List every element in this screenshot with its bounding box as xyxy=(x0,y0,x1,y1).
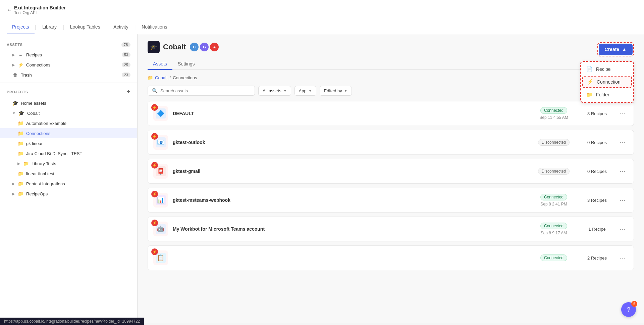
conn-more-button[interactable]: ⋯ xyxy=(617,253,628,263)
folder-icon: 📁 xyxy=(17,131,23,136)
expand-arrow-icon: ▶ xyxy=(12,192,15,196)
conn-info: gktest-gmail xyxy=(173,169,526,174)
app-filter-label: App xyxy=(299,88,307,93)
sidebar-item-linear-final-test[interactable]: 📁 linear final test xyxy=(0,169,137,179)
all-assets-filter[interactable]: All assets ▼ xyxy=(258,86,291,96)
conn-more-button[interactable]: ⋯ xyxy=(617,166,628,176)
project-header: 🎓 Cobalt C G A xyxy=(148,41,634,53)
tab-settings[interactable]: Settings xyxy=(172,58,200,70)
sidebar-item-recipes[interactable]: ▶ ≡ Recipes 53 xyxy=(0,50,137,60)
folder-icon: 📁 xyxy=(17,151,23,156)
tab-activity[interactable]: Activity xyxy=(108,20,133,34)
create-button[interactable]: Create ▲ xyxy=(599,44,633,55)
sidebar-item-home-assets[interactable]: 🎓 Home assets xyxy=(0,98,137,108)
breadcrumb: 📁 Cobalt / Connections xyxy=(148,75,634,80)
conn-more-button[interactable]: ⋯ xyxy=(617,137,628,147)
gk-linear-label: gk linear xyxy=(26,141,130,146)
nav-tabs: Projects | Library | Lookup Tables | Act… xyxy=(0,20,644,34)
sidebar-divider xyxy=(0,83,137,83)
conn-info: DEFAULT xyxy=(173,111,526,116)
conn-recipes: 0 Recipes xyxy=(582,169,612,174)
expand-arrow-icon: ▶ xyxy=(17,161,20,166)
sidebar-item-pentest[interactable]: ▶ 📁 Pentest Integrations xyxy=(0,179,137,189)
back-link[interactable]: ← Exit Integration Builder Test Org API xyxy=(7,5,66,15)
breadcrumb-folder-icon: 📁 xyxy=(148,75,153,80)
content-area: Create ▲ 📄 Recipe ⚡ Connection 📁 Folder xyxy=(138,34,644,323)
recipe-icon: 📄 xyxy=(586,66,593,72)
conn-info: My Workbot for Microsoft Teams account xyxy=(173,226,526,232)
connection-item-gktest-outlook: ⚡ 📧 gktest-outlook Disconnected 0 Recipe… xyxy=(148,130,634,155)
conn-app-icon: 📊 xyxy=(156,195,166,205)
library-tests-label: Library Tests xyxy=(32,161,130,166)
conn-status-area: Disconnected xyxy=(530,168,577,175)
status-bar: https://app.us.cobalt.io/integrations/bu… xyxy=(0,318,144,323)
conn-date: Sep 11 4:55 AM xyxy=(539,115,568,120)
chevron-down-icon: ▼ xyxy=(283,89,287,93)
sidebar-item-connections-folder[interactable]: 📁 Connections xyxy=(0,128,137,138)
back-arrow-icon: ← xyxy=(7,7,12,13)
search-box[interactable]: 🔍 xyxy=(148,86,255,96)
automation-example-label: Automation Example xyxy=(26,121,130,126)
tab-projects[interactable]: Projects xyxy=(7,20,35,34)
breadcrumb-cobalt-link[interactable]: Cobalt xyxy=(155,75,168,80)
conn-bolt-icon: ⚡ xyxy=(151,248,158,255)
trash-icon: 🗑 xyxy=(12,72,18,78)
create-recipe-item[interactable]: 📄 Recipe xyxy=(581,63,633,75)
app-filter[interactable]: App ▼ xyxy=(294,86,316,96)
sidebar-item-library-tests[interactable]: ▶ 📁 Library Tests xyxy=(0,158,137,169)
edited-by-filter[interactable]: Edited by ▼ xyxy=(320,86,352,96)
sidebar-item-gk-linear[interactable]: 📁 gk linear xyxy=(0,138,137,148)
conn-bolt-icon: ⚡ xyxy=(151,133,158,140)
sidebar-item-trash[interactable]: 🗑 Trash 23 xyxy=(0,70,137,80)
jira-cloud-label: Jira Cloud Bi-Di Sync - TEST xyxy=(26,151,130,156)
chevron-down-icon: ▼ xyxy=(309,89,312,93)
conn-recipes: 0 Recipes xyxy=(582,140,612,145)
create-dropdown-menu: 📄 Recipe ⚡ Connection 📁 Folder xyxy=(580,61,634,103)
connection-item-default: ⚡ 🔷 DEFAULT Connected Sep 11 4:55 AM 8 R… xyxy=(148,101,634,126)
trash-count: 23 xyxy=(122,73,130,77)
tab-notifications[interactable]: Notifications xyxy=(136,20,172,34)
folder-icon: 📁 xyxy=(17,141,23,146)
conn-more-button[interactable]: ⋯ xyxy=(617,224,628,234)
conn-icon-wrap: ⚡ 📋 xyxy=(153,250,168,265)
sidebar-item-automation-example[interactable]: 📁 Automation Example xyxy=(0,118,137,128)
conn-recipes: 1 Recipe xyxy=(582,227,612,232)
sidebar-item-connections[interactable]: ▶ ⚡ Connections 25 xyxy=(0,60,137,70)
add-project-button[interactable]: + xyxy=(127,88,130,95)
conn-info: gktest-outlook xyxy=(173,140,526,145)
status-badge: Connected xyxy=(540,254,567,261)
create-label: Create xyxy=(605,47,620,52)
assets-section-label: ASSETS xyxy=(7,43,22,47)
tab-library[interactable]: Library xyxy=(37,20,62,34)
avatar-a: A xyxy=(210,43,219,51)
sidebar-item-cobalt[interactable]: ▼ 🎓 Cobalt xyxy=(0,108,137,118)
home-assets-label: Home assets xyxy=(21,101,130,106)
projects-section-label: PROJECTS xyxy=(7,90,28,94)
conn-status-area: Connected xyxy=(530,254,577,261)
project-avatars: C G A xyxy=(190,43,219,51)
conn-bolt-icon: ⚡ xyxy=(151,191,158,197)
sidebar-item-jira-cloud[interactable]: 📁 Jira Cloud Bi-Di Sync - TEST xyxy=(0,148,137,158)
assets-section-header: ASSETS 78 xyxy=(0,40,137,50)
tab-lookup-tables[interactable]: Lookup Tables xyxy=(65,20,106,34)
help-button[interactable]: 5 ? xyxy=(621,302,636,317)
conn-name: DEFAULT xyxy=(173,111,526,116)
conn-status-area: Connected Sep 11 4:55 AM xyxy=(530,107,577,120)
conn-more-button[interactable]: ⋯ xyxy=(617,108,628,119)
tab-assets[interactable]: Assets xyxy=(148,58,172,70)
app-title: Exit Integration Builder xyxy=(14,5,66,10)
create-connection-item[interactable]: ⚡ Connection xyxy=(582,76,632,88)
connection-menu-label: Connection xyxy=(597,79,621,85)
conn-bolt-icon: ⚡ xyxy=(151,104,158,111)
search-input[interactable] xyxy=(160,88,251,93)
conn-name: gktest-gmail xyxy=(173,169,526,174)
create-folder-item[interactable]: 📁 Folder xyxy=(581,89,633,101)
projects-section-header: PROJECTS + xyxy=(0,86,137,98)
folder-icon: 📁 xyxy=(17,191,23,196)
folder-icon: 📁 xyxy=(17,121,23,126)
conn-more-button[interactable]: ⋯ xyxy=(617,195,628,205)
sidebar-item-recipeops[interactable]: ▶ 📁 RecipeOps xyxy=(0,189,137,199)
recipeops-label: RecipeOps xyxy=(26,191,130,196)
project-name: Cobalt xyxy=(163,43,186,51)
status-badge: Connected xyxy=(540,194,567,200)
